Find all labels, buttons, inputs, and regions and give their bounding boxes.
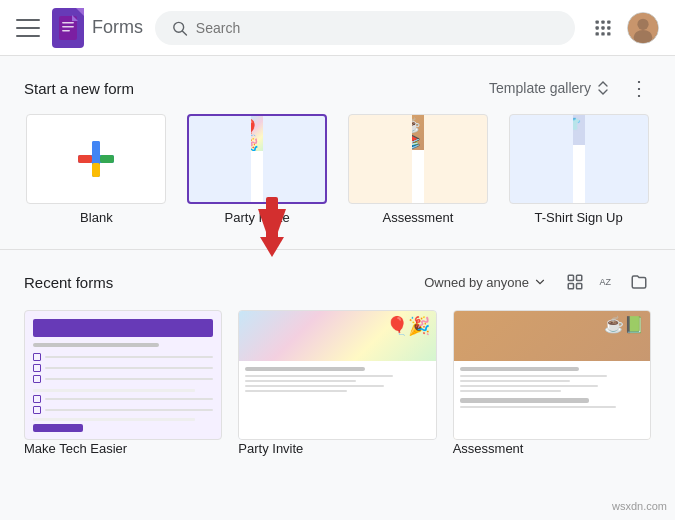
- svg-rect-24: [100, 155, 114, 163]
- svg-rect-28: [568, 275, 573, 280]
- svg-point-17: [637, 18, 648, 29]
- grid-view-icon[interactable]: [563, 270, 587, 294]
- template-card-tshirt-signup[interactable]: 👕 T-Shirt Sign Up: [506, 114, 651, 225]
- section-divider: [0, 249, 675, 250]
- tshirt-preview: 👕: [573, 115, 585, 203]
- svg-line-6: [183, 31, 187, 35]
- svg-rect-11: [601, 26, 604, 29]
- svg-rect-7: [596, 20, 599, 23]
- start-section-header: Start a new form Template gallery ⋮: [24, 76, 651, 100]
- template-card-party-invite[interactable]: 🎈🎉🎊 Party Invite: [185, 114, 330, 225]
- folder-icon[interactable]: [627, 270, 651, 294]
- svg-rect-14: [601, 32, 604, 35]
- svg-marker-4: [72, 15, 78, 21]
- svg-rect-22: [78, 155, 92, 163]
- owned-by-filter-button[interactable]: Owned by anyone: [420, 271, 551, 294]
- svg-rect-9: [607, 20, 610, 23]
- party-invite-thumbnail: 🎈🎉🎊: [187, 114, 327, 204]
- svg-rect-10: [596, 26, 599, 29]
- assessment-thumbnail: ☕📚: [348, 114, 488, 204]
- recent-card-make-tech-easier[interactable]: Make Tech Easier: [24, 310, 222, 456]
- party-form-content: [251, 151, 263, 202]
- recent-assessment-label: Assessment: [453, 441, 524, 456]
- recent-card-assessment[interactable]: ☕📗 Assessment: [453, 310, 651, 456]
- main-content: Start a new form Template gallery ⋮: [0, 56, 675, 520]
- recent-party-content: 🎈🎉: [239, 311, 435, 439]
- more-options-button[interactable]: ⋮: [627, 76, 651, 100]
- balloons-decoration: 🎈🎉🎊: [251, 118, 259, 151]
- svg-rect-3: [62, 30, 70, 32]
- assessment-label: Assessment: [382, 210, 453, 225]
- recent-party-thumbnail: 🎈🎉: [238, 310, 436, 440]
- sort-icon: [595, 80, 611, 96]
- watermark: wsxdn.com: [612, 500, 667, 512]
- svg-marker-26: [260, 237, 284, 257]
- apps-grid-icon[interactable]: [587, 12, 619, 44]
- template-gallery-label: Template gallery: [489, 80, 591, 96]
- recent-assessment-thumbnail: ☕📗: [453, 310, 651, 440]
- templates-row: Blank 🎈🎉🎊 Party Invite: [24, 114, 651, 225]
- header: Forms: [0, 0, 675, 56]
- recent-party-label: Party Invite: [238, 441, 303, 456]
- recent-forms-row: Make Tech Easier 🎈🎉 Par: [24, 310, 651, 456]
- app-logo: Forms: [52, 8, 143, 48]
- assess-top-image: ☕📚: [412, 115, 424, 150]
- search-icon: [171, 19, 188, 37]
- forms-app-icon: [52, 8, 84, 48]
- tshirt-top-image: 👕: [573, 115, 585, 145]
- search-input[interactable]: [196, 20, 559, 36]
- svg-rect-8: [601, 20, 604, 23]
- search-bar[interactable]: [155, 11, 575, 45]
- template-gallery-button[interactable]: Template gallery: [481, 76, 619, 100]
- view-icons: AZ: [563, 270, 651, 294]
- sort-az-icon[interactable]: AZ: [595, 270, 619, 294]
- template-card-blank[interactable]: Blank: [24, 114, 169, 225]
- svg-rect-1: [62, 22, 74, 24]
- checkbox-row-4: [33, 395, 213, 403]
- section-actions: Template gallery ⋮: [481, 76, 651, 100]
- hamburger-menu[interactable]: [16, 16, 40, 40]
- assessment-preview: ☕📚: [412, 115, 424, 203]
- recent-section-title: Recent forms: [24, 274, 408, 291]
- svg-rect-12: [607, 26, 610, 29]
- user-avatar[interactable]: [627, 12, 659, 44]
- template-card-assessment[interactable]: ☕📚 Assessment: [346, 114, 491, 225]
- svg-rect-23: [92, 163, 100, 177]
- checkbox-row-3: [33, 375, 213, 383]
- party-top-image: 🎈🎉🎊: [251, 116, 263, 151]
- checkbox-row-1: [33, 353, 213, 361]
- tshirt-form-content: [573, 145, 585, 203]
- owned-by-label: Owned by anyone: [424, 275, 529, 290]
- svg-rect-21: [92, 141, 100, 155]
- svg-rect-30: [568, 284, 573, 289]
- svg-rect-29: [577, 275, 582, 280]
- svg-text:AZ: AZ: [600, 277, 612, 287]
- svg-rect-31: [577, 284, 582, 289]
- blank-thumbnail: [26, 114, 166, 204]
- checkbox-row-2: [33, 364, 213, 372]
- recent-section-header: Recent forms Owned by anyone AZ: [24, 270, 651, 294]
- app-name-label: Forms: [92, 17, 143, 38]
- tshirt-signup-label: T-Shirt Sign Up: [535, 210, 623, 225]
- start-section-title: Start a new form: [24, 80, 134, 97]
- recent-assessment-content: ☕📗: [454, 311, 650, 439]
- make-tech-thumbnail: [24, 310, 222, 440]
- svg-rect-13: [596, 32, 599, 35]
- dropdown-arrow-icon: [533, 275, 547, 289]
- checkbox-row-6: [33, 424, 213, 432]
- make-tech-content: [25, 311, 221, 439]
- recent-card-party-invite[interactable]: 🎈🎉 Party Invite: [238, 310, 436, 456]
- make-tech-label: Make Tech Easier: [24, 441, 127, 456]
- plus-icon: [70, 133, 122, 185]
- assess-form-content: [412, 150, 424, 203]
- party-invite-preview: 🎈🎉🎊: [251, 116, 263, 202]
- svg-rect-15: [607, 32, 610, 35]
- tshirt-thumbnail: 👕: [509, 114, 649, 204]
- header-right: [587, 12, 659, 44]
- blank-label: Blank: [80, 210, 113, 225]
- party-invite-label: Party Invite: [225, 210, 290, 225]
- svg-rect-2: [62, 26, 74, 28]
- checkbox-row-5: [33, 406, 213, 414]
